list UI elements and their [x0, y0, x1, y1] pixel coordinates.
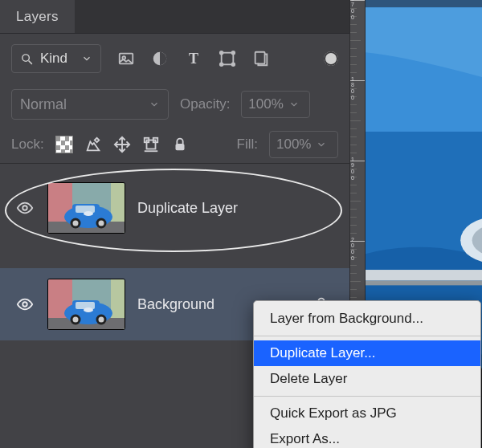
filter-enable-toggle[interactable]: [324, 51, 338, 66]
car-thumbnail-icon: [48, 183, 125, 233]
image-layer-icon[interactable]: [117, 50, 135, 67]
menu-item[interactable]: Delete Layer: [254, 366, 480, 392]
svg-point-26: [99, 221, 104, 226]
panel-tabbar: Layers: [0, 0, 349, 34]
svg-line-1: [29, 60, 32, 63]
svg-rect-48: [366, 270, 482, 281]
svg-point-40: [84, 307, 93, 312]
adjustment-layer-icon[interactable]: [151, 50, 169, 67]
car-thumbnail-icon: [48, 279, 125, 329]
menu-separator: [254, 396, 480, 397]
lock-transparency-icon[interactable]: [55, 136, 73, 153]
svg-rect-49: [366, 281, 482, 286]
layer-name-label: Duplicate Layer: [137, 200, 330, 217]
eye-icon: [16, 295, 34, 313]
layer-thumbnail[interactable]: [48, 279, 125, 329]
tab-layers[interactable]: Layers: [0, 0, 75, 33]
lock-label: Lock:: [11, 136, 44, 153]
svg-point-7: [232, 51, 235, 55]
layer-context-menu: Layer from Background...Duplicate Layer.…: [253, 300, 481, 448]
fill-value: 100%: [276, 136, 311, 153]
chevron-down-icon: [288, 99, 300, 110]
opacity-value: 100%: [248, 96, 283, 112]
filter-kind-dropdown[interactable]: Kind: [11, 44, 101, 73]
menu-item[interactable]: Export As...: [254, 426, 480, 448]
menu-separator: [254, 336, 480, 336]
chevron-down-icon: [316, 139, 327, 150]
fill-input[interactable]: 100%: [269, 131, 338, 158]
lock-artboard-icon[interactable]: [142, 136, 160, 153]
shape-layer-icon[interactable]: [219, 50, 236, 67]
lock-all-icon[interactable]: [171, 136, 189, 153]
chevron-down-icon: [149, 99, 160, 110]
lock-position-icon[interactable]: [113, 136, 131, 153]
lock-row: Lock: Fill: 100%: [0, 125, 349, 164]
menu-item[interactable]: Duplicate Layer...: [254, 340, 480, 366]
ruler-label: 2000: [351, 236, 362, 261]
layer-thumbnail[interactable]: [48, 183, 125, 233]
svg-rect-5: [222, 53, 234, 65]
svg-point-28: [22, 302, 27, 307]
svg-point-0: [22, 54, 29, 61]
svg-rect-22: [76, 206, 95, 213]
layer-filter-row: Kind T: [0, 34, 349, 83]
opacity-input[interactable]: 100%: [241, 91, 310, 118]
svg-point-27: [84, 211, 93, 216]
ruler-label: 1800: [351, 75, 362, 100]
blend-mode-value: Normal: [20, 96, 141, 113]
svg-rect-10: [255, 52, 265, 64]
visibility-toggle[interactable]: [14, 295, 35, 313]
svg-point-8: [220, 63, 223, 67]
lock-icons: [55, 136, 189, 153]
filter-type-icons: T: [117, 50, 270, 67]
filter-kind-label: Kind: [40, 51, 75, 67]
eye-icon: [16, 199, 34, 217]
ruler-label: 1900: [351, 156, 362, 181]
search-icon: [20, 52, 34, 66]
layer-row-duplicate[interactable]: Duplicate Layer: [0, 172, 349, 244]
blend-row: Normal Opacity: 100%: [0, 83, 349, 125]
smartobject-layer-icon[interactable]: [252, 50, 270, 67]
svg-point-6: [220, 51, 223, 55]
menu-item[interactable]: Layer from Background...: [254, 306, 480, 332]
chevron-down-icon: [81, 53, 92, 64]
type-layer-icon[interactable]: T: [185, 50, 202, 67]
opacity-label: Opacity:: [180, 96, 230, 112]
ruler-label: 1700: [351, 0, 362, 21]
svg-point-37: [73, 317, 79, 323]
svg-point-9: [232, 63, 235, 67]
lock-pixels-icon[interactable]: [84, 136, 102, 153]
svg-point-15: [22, 206, 27, 210]
svg-point-24: [73, 221, 79, 226]
visibility-toggle[interactable]: [14, 199, 35, 217]
svg-rect-35: [76, 302, 95, 309]
svg-rect-14: [175, 144, 184, 150]
menu-item[interactable]: Quick Export as JPG: [254, 401, 480, 426]
blend-mode-dropdown[interactable]: Normal: [11, 89, 169, 120]
svg-rect-11: [146, 140, 155, 149]
svg-point-39: [99, 317, 104, 323]
fill-label: Fill:: [237, 136, 258, 153]
